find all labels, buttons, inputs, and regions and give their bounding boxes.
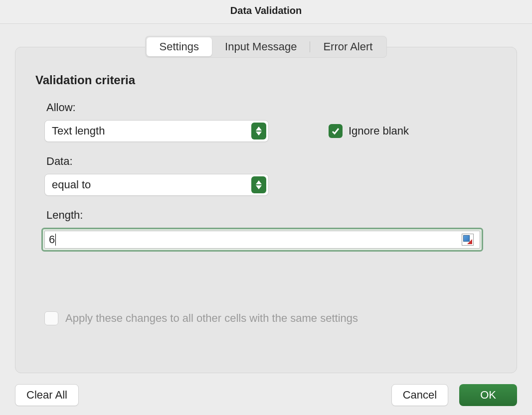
data-select-value: equal to xyxy=(52,178,91,191)
cell-reference-picker-icon[interactable] xyxy=(462,234,474,246)
section-title: Validation criteria xyxy=(35,73,497,87)
tabs-row: Settings Input Message Error Alert xyxy=(15,36,517,58)
ignore-blank-label: Ignore blank xyxy=(349,125,409,138)
ignore-blank-checkbox[interactable] xyxy=(329,124,343,138)
allow-row-inner: Text length Ignore blank xyxy=(44,120,497,142)
allow-select[interactable]: Text length xyxy=(44,120,269,142)
length-label: Length: xyxy=(46,209,497,222)
data-select[interactable]: equal to xyxy=(44,174,269,196)
dialog-title: Data Validation xyxy=(0,0,532,24)
svg-marker-2 xyxy=(256,180,262,184)
tab-error-alert[interactable]: Error Alert xyxy=(310,37,385,56)
tab-input-message[interactable]: Input Message xyxy=(212,37,310,56)
data-label: Data: xyxy=(46,155,497,168)
length-input-wrap: 6 xyxy=(41,228,483,252)
cancel-button[interactable]: Cancel xyxy=(391,384,448,406)
svg-marker-0 xyxy=(256,127,262,131)
dialog-content: Settings Input Message Error Alert Valid… xyxy=(0,24,532,415)
svg-marker-3 xyxy=(256,185,262,189)
apply-label: Apply these changes to all other cells w… xyxy=(65,312,358,325)
chevron-up-down-icon xyxy=(251,123,266,139)
tabs: Settings Input Message Error Alert xyxy=(145,36,387,58)
allow-label: Allow: xyxy=(46,101,497,114)
button-bar: Clear All Cancel OK xyxy=(15,384,517,406)
settings-panel: Validation criteria Allow: Text length I… xyxy=(15,47,517,373)
length-input[interactable]: 6 xyxy=(44,231,480,249)
button-right-group: Cancel OK xyxy=(391,384,517,406)
ok-button[interactable]: OK xyxy=(459,384,517,406)
check-icon xyxy=(331,127,340,136)
apply-checkbox xyxy=(44,311,58,325)
ignore-blank-row: Ignore blank xyxy=(329,124,409,138)
length-input-value: 6 xyxy=(49,233,55,246)
apply-row: Apply these changes to all other cells w… xyxy=(44,311,497,325)
data-field-row: Data: equal to xyxy=(44,155,497,196)
clear-all-button[interactable]: Clear All xyxy=(15,384,79,406)
svg-marker-1 xyxy=(256,132,262,136)
text-cursor xyxy=(55,234,56,246)
length-field-row: Length: 6 xyxy=(44,209,497,252)
tab-settings[interactable]: Settings xyxy=(147,37,212,56)
allow-select-value: Text length xyxy=(52,125,105,138)
allow-field-row: Allow: Text length Ignore blank xyxy=(44,101,497,142)
chevron-up-down-icon xyxy=(251,176,266,193)
